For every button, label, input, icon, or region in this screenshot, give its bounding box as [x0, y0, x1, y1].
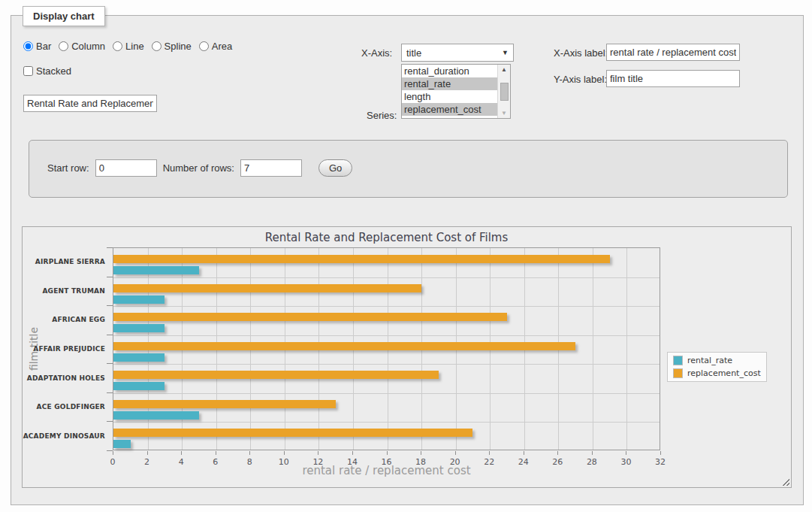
go-button[interactable]: Go — [318, 159, 352, 177]
x-tick-mark — [387, 451, 388, 455]
series-label: Series: — [367, 110, 397, 121]
series-options: rental_duration rental_rate length repla… — [402, 65, 497, 118]
bar-rental_rate — [113, 324, 165, 332]
x-tick-mark — [352, 451, 353, 455]
x-tick-label: 6 — [213, 457, 218, 467]
x-tick-mark — [524, 451, 524, 455]
x-tick-mark — [660, 451, 661, 455]
listbox-scrollbar[interactable]: ▲ ▼ — [497, 65, 510, 118]
scroll-up-icon[interactable]: ▲ — [501, 66, 507, 73]
stacked-option[interactable]: Stacked — [23, 65, 71, 77]
x-axis-select[interactable]: title ▼ — [401, 44, 514, 62]
y-tick-label: ADAPTATION HOLES — [23, 374, 105, 382]
series-listbox[interactable]: rental_duration rental_rate length repla… — [401, 64, 511, 119]
bar-rental_rate — [113, 382, 165, 390]
plot-area — [113, 247, 660, 450]
chart-title: Rental Rate and Replacement Cost of Film… — [113, 231, 660, 244]
chart-legend: rental_ratereplacement_cost — [667, 352, 767, 382]
x-tick-mark — [147, 451, 148, 455]
scrollbar-thumb[interactable] — [500, 83, 509, 101]
bar-replacement_cost — [113, 400, 336, 408]
x-tick-mark — [113, 451, 113, 455]
x-tick-mark — [592, 451, 593, 455]
stacked-label: Stacked — [36, 65, 71, 77]
radio-label: Area — [212, 41, 232, 52]
legend-item: replacement_cost — [673, 368, 761, 378]
gridline-horizontal — [113, 306, 660, 307]
stacked-row: Stacked — [23, 65, 71, 77]
y-axis-label-input[interactable] — [606, 70, 740, 87]
x-axis-label-field-label: X-Axis label: — [554, 47, 612, 59]
bar-rental_rate — [113, 353, 165, 362]
legend-label: rental_rate — [687, 356, 732, 365]
x-tick-mark — [455, 451, 456, 455]
chevron-down-icon: ▼ — [502, 49, 509, 56]
radio-option-spline[interactable]: Spline — [152, 41, 192, 52]
x-tick-label: 4 — [179, 457, 184, 467]
y-tick-label: AFFAIR PREJUDICE — [23, 345, 105, 353]
y-axis-label-field-label: Y-Axis label: — [554, 74, 612, 85]
x-tick-mark — [249, 451, 250, 455]
chart-container: Rental Rate and Replacement Cost of Film… — [22, 226, 792, 488]
series-option[interactable]: rental_rate — [402, 77, 497, 90]
bar-replacement_cost — [113, 284, 421, 292]
display-chart-panel: Display chart Bar Column Line Spline Are… — [11, 15, 804, 505]
radio-option-area[interactable]: Area — [199, 41, 232, 52]
x-tick-label: 22 — [484, 457, 494, 467]
x-tick-label: 16 — [382, 457, 392, 467]
scroll-down-icon[interactable]: ▼ — [501, 110, 507, 117]
y-tick-label: AIRPLANE SIERRA — [23, 258, 105, 265]
panel-legend: Display chart — [23, 6, 105, 26]
stacked-checkbox[interactable] — [23, 66, 33, 76]
x-tick-label: 24 — [518, 457, 529, 467]
y-tick-label: ACADEMY DINOSAUR — [23, 432, 105, 440]
y-tick-label: ACE GOLDFINGER — [23, 403, 105, 411]
x-tick-mark — [557, 451, 558, 455]
radio-column[interactable] — [59, 41, 68, 51]
series-option[interactable]: length — [402, 90, 497, 103]
num-rows-input[interactable] — [240, 159, 302, 177]
x-tick-label: 20 — [450, 457, 460, 467]
x-tick-label: 2 — [144, 457, 149, 467]
y-tick-mark — [107, 277, 113, 277]
series-option[interactable]: replacement_cost — [402, 103, 497, 116]
bar-rental_rate — [113, 295, 165, 304]
resize-grip-icon[interactable] — [780, 477, 789, 486]
gridline-horizontal — [113, 364, 660, 365]
legend-item: rental_rate — [673, 356, 761, 365]
chart-title-input[interactable] — [23, 95, 157, 112]
y-tick-label: AFRICAN EGG — [23, 316, 105, 323]
series-option[interactable]: rental_duration — [402, 65, 497, 77]
radio-spline[interactable] — [152, 41, 161, 51]
radio-bar[interactable] — [23, 41, 33, 51]
x-tick-mark — [489, 451, 490, 455]
x-axis-label-input[interactable] — [606, 44, 740, 61]
start-row-label: Start row: — [47, 162, 89, 174]
radio-option-line[interactable]: Line — [113, 41, 144, 52]
y-tick-mark — [107, 305, 113, 306]
chart-type-radios: Bar Column Line Spline Area — [23, 41, 232, 52]
x-tick-mark — [284, 451, 285, 455]
gridline-horizontal — [113, 393, 660, 394]
gridline-vertical — [593, 248, 593, 450]
legend-swatch-replacement_cost — [673, 368, 683, 378]
radio-line[interactable] — [113, 41, 122, 51]
radio-option-column[interactable]: Column — [59, 41, 105, 52]
y-tick-label: AGENT TRUMAN — [23, 287, 105, 295]
x-tick-mark — [421, 451, 421, 455]
x-tick-label: 8 — [247, 457, 252, 467]
x-tick-mark — [626, 451, 626, 455]
y-tick-mark — [107, 335, 113, 335]
legend-swatch-rental_rate — [673, 356, 683, 365]
bar-rental_rate — [113, 440, 131, 448]
x-tick-mark — [216, 451, 216, 455]
gridline-horizontal — [113, 277, 660, 278]
row-range-controls: Start row: Number of rows: Go — [47, 159, 352, 177]
bar-replacement_cost — [113, 255, 610, 263]
gridline-vertical — [626, 248, 627, 450]
radio-area[interactable] — [199, 41, 209, 51]
start-row-input[interactable] — [95, 159, 157, 177]
x-axis-selected-value: title — [406, 47, 421, 59]
radio-option-bar[interactable]: Bar — [23, 41, 51, 52]
x-tick-label: 0 — [110, 457, 116, 467]
